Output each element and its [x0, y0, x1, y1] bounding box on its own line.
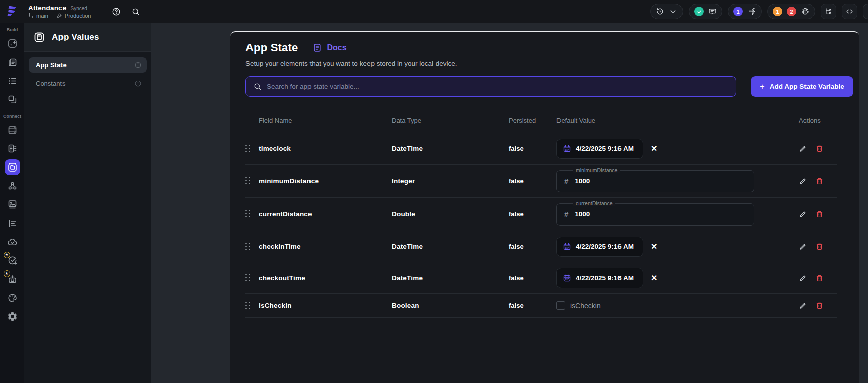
delete-variable-button[interactable]: [815, 301, 824, 310]
delete-variable-button[interactable]: [815, 273, 824, 282]
rail-item-page-selector[interactable]: [3, 53, 22, 72]
overflow-pill-partial[interactable]: [863, 4, 868, 19]
clear-value-button[interactable]: ✕: [651, 243, 657, 251]
col-field-name: Field Name: [259, 117, 392, 124]
variable-search-box[interactable]: [245, 76, 736, 97]
actions-cell: [786, 301, 837, 310]
data-type: Integer: [392, 177, 509, 185]
field-name: timeclock: [259, 145, 392, 152]
edit-variable-button[interactable]: [799, 301, 808, 310]
drag-handle[interactable]: [245, 243, 252, 251]
table-row-checkinTime: checkinTime DateTime false 4/22/2025 9:1…: [245, 231, 837, 262]
edit-variable-button[interactable]: [799, 144, 808, 153]
input-floating-label: minimumDistance: [573, 167, 620, 173]
history-icon: [656, 7, 664, 16]
panel-header: App Values: [24, 23, 151, 52]
delete-variable-button[interactable]: [815, 144, 824, 153]
rail-item-theme-settings[interactable]: [3, 289, 22, 307]
calendar-icon: [563, 273, 571, 282]
calendar-icon: [563, 144, 571, 153]
table-body: timeclock DateTime false 4/22/2025 9:16 …: [245, 133, 837, 318]
rail-section-label: Connect: [3, 114, 21, 119]
view-code-button[interactable]: [842, 4, 857, 19]
drag-handle[interactable]: [245, 210, 252, 218]
optimizations-icon: [748, 7, 756, 16]
rail-item-widget-palette[interactable]: [3, 34, 22, 53]
data-type: Boolean: [392, 302, 509, 309]
info-icon[interactable]: [134, 80, 142, 87]
history-menu[interactable]: [650, 4, 683, 19]
rail-item-automated-tests[interactable]: ★: [3, 251, 22, 270]
widget-tree-toggle-button[interactable]: [821, 4, 836, 19]
default-value-input[interactable]: minimumDistance # 1000: [556, 170, 754, 192]
persisted-value: false: [509, 177, 556, 185]
review-chat-group[interactable]: [689, 4, 722, 19]
flutterflow-logo-icon: [5, 4, 20, 19]
rail-item-database[interactable]: [3, 121, 22, 139]
add-app-state-variable-button[interactable]: + Add App State Variable: [751, 76, 853, 97]
drag-handle[interactable]: [245, 177, 252, 185]
tree-branch-icon: [824, 7, 833, 16]
code-icon: [845, 7, 854, 16]
datetime-value: 4/22/2025 9:16 AM: [576, 145, 634, 152]
checkbox-label: isCheckin: [570, 302, 601, 310]
app-logo[interactable]: [0, 4, 24, 19]
field-name: checkinTime: [259, 243, 392, 250]
table-row-timeclock: timeclock DateTime false 4/22/2025 9:16 …: [245, 133, 837, 164]
actions-cell: [786, 242, 837, 251]
rail-item-ai-agents[interactable]: ★: [3, 270, 22, 289]
drag-handle[interactable]: [245, 274, 252, 282]
docs-link[interactable]: Docs: [312, 43, 346, 53]
datetime-value-button[interactable]: 4/22/2025 9:16 AM: [556, 237, 643, 257]
chevron-down-icon: [669, 7, 677, 16]
field-name: currentDistance: [259, 210, 392, 218]
clear-value-button[interactable]: ✕: [651, 145, 657, 153]
input-floating-label: currentDistance: [573, 200, 615, 206]
default-value-cell: isCheckin: [556, 301, 786, 310]
rail-item-widget-tree[interactable]: [3, 72, 22, 90]
delete-variable-button[interactable]: [815, 242, 824, 251]
rail-item-custom-code[interactable]: [3, 214, 22, 233]
col-data-type: Data Type: [392, 117, 509, 124]
rail-item-media-assets[interactable]: [3, 195, 22, 214]
issues-group[interactable]: 1 2: [767, 4, 815, 19]
actions-queue-group[interactable]: 1: [728, 4, 762, 19]
edit-variable-button[interactable]: [799, 242, 808, 251]
variable-search-input[interactable]: [267, 83, 729, 90]
rail-section-label: Build: [7, 27, 18, 32]
info-icon[interactable]: [134, 61, 142, 69]
panel-title: App Values: [52, 32, 99, 42]
cloud-functions-icon: [7, 237, 18, 247]
default-value-input[interactable]: currentDistance # 1000: [556, 203, 754, 226]
default-value-cell: currentDistance # 1000: [556, 203, 786, 226]
delete-variable-button[interactable]: [815, 210, 824, 218]
drag-handle[interactable]: [245, 302, 252, 310]
rail-item-components[interactable]: [3, 90, 22, 109]
edit-variable-button[interactable]: [799, 273, 808, 282]
help-button[interactable]: [111, 6, 122, 17]
rail-item-app-settings[interactable]: [3, 307, 22, 326]
datetime-value-button[interactable]: 4/22/2025 9:16 AM: [556, 139, 643, 159]
default-value-checkbox[interactable]: [556, 301, 565, 310]
rail-item-app-values[interactable]: [3, 158, 22, 177]
clear-value-button[interactable]: ✕: [651, 274, 657, 282]
number-sign-icon: #: [564, 177, 568, 185]
app-values-icon: [7, 162, 18, 173]
persisted-value: false: [509, 145, 556, 152]
rail-item-data-types[interactable]: [3, 139, 22, 158]
drag-handle[interactable]: [245, 145, 252, 153]
error-count-badge: 2: [787, 7, 796, 16]
rail-item-api-calls[interactable]: [3, 177, 22, 195]
project-info[interactable]: Attendance Synced main Production: [28, 4, 91, 19]
number-sign-icon: #: [564, 210, 568, 218]
edit-variable-button[interactable]: [799, 210, 808, 218]
panel-item-app-state[interactable]: App State: [29, 57, 147, 73]
datetime-value-button[interactable]: 4/22/2025 9:16 AM: [556, 268, 643, 288]
edit-variable-button[interactable]: [799, 177, 808, 185]
persisted-value: false: [509, 210, 556, 218]
delete-variable-button[interactable]: [815, 177, 824, 185]
bug-icon: [801, 7, 810, 16]
panel-item-constants[interactable]: Constants: [29, 76, 147, 91]
global-search-button[interactable]: [130, 6, 141, 17]
rail-item-cloud-functions[interactable]: [3, 233, 22, 251]
